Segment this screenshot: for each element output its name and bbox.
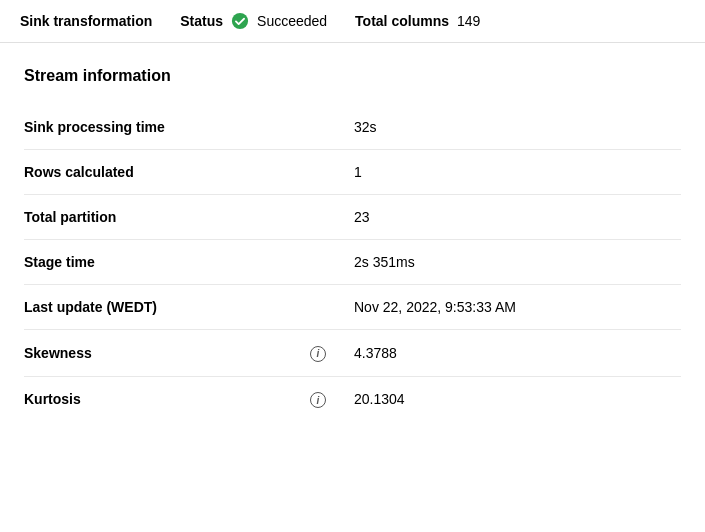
row-value: Nov 22, 2022, 9:53:33 AM	[334, 285, 681, 330]
row-label: Rows calculated	[24, 150, 304, 195]
total-columns-value: 149	[457, 13, 480, 29]
info-icon[interactable]: i	[310, 346, 326, 362]
row-icon-cell: i	[304, 330, 334, 377]
row-icon-cell: i	[304, 376, 334, 422]
row-value: 1	[334, 150, 681, 195]
row-icon-cell	[304, 195, 334, 240]
table-row: Total partition23	[24, 195, 681, 240]
row-label: Sink processing time	[24, 105, 304, 150]
row-icon-cell	[304, 150, 334, 195]
row-label: Kurtosis	[24, 376, 304, 422]
row-icon-cell	[304, 285, 334, 330]
row-icon-cell	[304, 105, 334, 150]
info-icon[interactable]: i	[310, 392, 326, 408]
svg-point-0	[232, 13, 248, 29]
table-row: Skewnessi4.3788	[24, 330, 681, 377]
status-value: Succeeded	[257, 13, 327, 29]
stream-info-title: Stream information	[24, 67, 681, 85]
row-value: 2s 351ms	[334, 240, 681, 285]
row-value: 20.1304	[334, 376, 681, 422]
header-bar: Sink transformation Status Succeeded Tot…	[0, 0, 705, 43]
row-value: 32s	[334, 105, 681, 150]
row-value: 23	[334, 195, 681, 240]
table-row: Stage time2s 351ms	[24, 240, 681, 285]
status-icon	[231, 12, 249, 30]
table-row: Last update (WEDT)Nov 22, 2022, 9:53:33 …	[24, 285, 681, 330]
row-label: Skewness	[24, 330, 304, 377]
status-label: Status	[180, 13, 223, 29]
info-table: Sink processing time32sRows calculated1T…	[24, 105, 681, 422]
table-row: Sink processing time32s	[24, 105, 681, 150]
row-label: Total partition	[24, 195, 304, 240]
row-label: Stage time	[24, 240, 304, 285]
table-row: Rows calculated1	[24, 150, 681, 195]
content-area: Stream information Sink processing time3…	[0, 43, 705, 446]
row-label: Last update (WEDT)	[24, 285, 304, 330]
row-icon-cell	[304, 240, 334, 285]
sink-transformation-label: Sink transformation	[20, 13, 152, 29]
total-columns-label: Total columns	[355, 13, 449, 29]
table-row: Kurtosisi20.1304	[24, 376, 681, 422]
row-value: 4.3788	[334, 330, 681, 377]
